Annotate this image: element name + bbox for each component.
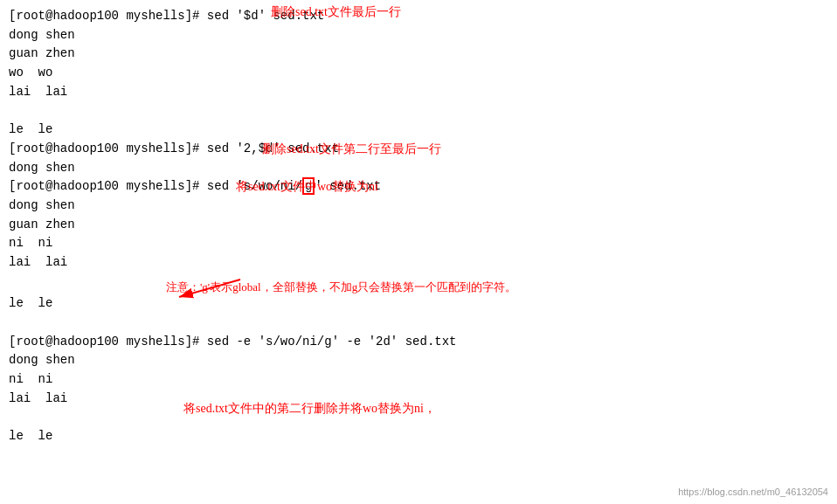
output-ni-1: ni ni [9,234,828,253]
watermark: https://blog.csdn.net/m0_46132054 [678,487,828,497]
output-dong-3: dong shen [9,197,828,216]
annotation-delete-2-last: 删除sed.txt文件第二行至最后一行 [262,140,441,159]
terminal-output: [root@hadoop100 myshells]# sed '$d' sed.… [0,0,837,453]
line-1: [root@hadoop100 myshells]# sed '$d' sed.… [9,7,828,26]
output-lai-1: lai lai [9,83,828,102]
line-2: [root@hadoop100 myshells]# sed '2,$d' se… [9,140,828,159]
annotation-delete-last: 删除sed.txt文件最后一行 [271,3,401,22]
output-lai-2: lai lai [9,253,828,273]
annotation-container-last: 将sed.txt文件中的第二行删除并将wo替换为ni， [9,408,828,427]
note-line: le le 注意：'g'表示global，全部替换，不加g只会替换第一个匹配到的… [9,294,828,314]
output-dong-1: dong shen [9,26,828,45]
blank-3 [9,314,828,333]
output-le-3: le le [9,427,828,446]
blank-1 [9,101,828,121]
output-ni-2: ni ni [9,370,828,390]
output-dong-4: dong shen [9,351,828,370]
output-dong-2: dong shen [9,159,828,178]
line-3: [root@hadoop100 myshells]# sed 's/wo/ni/… [9,177,828,197]
prompt-4: [root@hadoop100 myshells]# sed -e 's/wo/… [9,333,456,352]
output-guan-3: guan zhen [9,216,828,235]
output-guan-1: guan zhen [9,45,828,64]
output-wo-1: wo wo [9,64,828,83]
output-le-1: le le [9,121,828,140]
annotation-replace-wo-ni: 将sed.txt文件中wo替换为ni [236,177,378,197]
annotation-global-note: 注意：'g'表示global，全部替换，不加g只会替换第一个匹配到的字符。 [166,279,516,296]
line-4: [root@hadoop100 myshells]# sed -e 's/wo/… [9,333,828,352]
output-le-2: le le [9,294,828,314]
annotation-delete-2-replace-wo: 将sed.txt文件中的第二行删除并将wo替换为ni， [183,399,436,418]
